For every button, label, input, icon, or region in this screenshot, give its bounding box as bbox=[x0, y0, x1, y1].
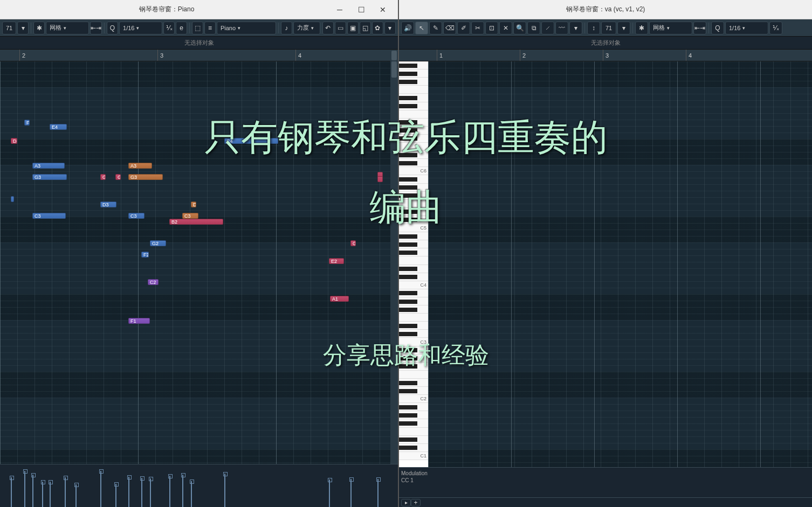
piano-key-white[interactable]: C2 bbox=[399, 395, 428, 403]
fraction-icon[interactable]: ⅟ₓ bbox=[769, 22, 782, 34]
value-field-right[interactable]: 71 bbox=[601, 22, 616, 34]
velocity-bar[interactable] bbox=[65, 477, 66, 507]
velocity-bar[interactable] bbox=[115, 484, 116, 507]
quantize-dropdown-right[interactable]: 1/16 bbox=[725, 22, 768, 34]
midi-note[interactable]: E2 bbox=[329, 258, 344, 264]
velocity-bar[interactable] bbox=[169, 476, 170, 507]
midi-note[interactable]: F4 bbox=[24, 120, 30, 126]
midi-note[interactable] bbox=[377, 176, 383, 182]
track-dropdown[interactable]: Piano bbox=[217, 22, 276, 34]
midi-note[interactable]: C3 bbox=[182, 213, 198, 219]
more-icon[interactable]: ▾ bbox=[384, 22, 396, 34]
piano-key-white[interactable] bbox=[399, 86, 428, 94]
piano-key-white[interactable]: C6 bbox=[399, 167, 428, 175]
e-icon[interactable]: e bbox=[176, 22, 187, 34]
velocity-bar[interactable] bbox=[42, 482, 43, 507]
midi-note[interactable]: E4 bbox=[50, 124, 67, 130]
piano-key-black[interactable] bbox=[399, 291, 417, 295]
layout-icon-2[interactable]: ≡ bbox=[204, 22, 216, 34]
midi-note[interactable]: G3 bbox=[128, 174, 163, 180]
velocity-bar[interactable] bbox=[182, 475, 183, 507]
velocity-bar[interactable] bbox=[11, 477, 12, 507]
mute-tool-icon[interactable]: ✕ bbox=[499, 22, 512, 34]
modulation-lane-right[interactable]: Modulation CC 1 bbox=[399, 467, 812, 497]
snap-icon[interactable]: ⇤⇥ bbox=[693, 22, 706, 34]
piano-key-white[interactable] bbox=[399, 314, 428, 322]
minimize-button[interactable]: ─ bbox=[329, 2, 350, 18]
midi-note[interactable]: B2 bbox=[169, 219, 223, 225]
piano-key-black[interactable] bbox=[399, 80, 417, 84]
piano-key-black[interactable] bbox=[399, 251, 417, 255]
midi-note[interactable] bbox=[11, 196, 14, 202]
grid-type-icon[interactable]: ✱ bbox=[33, 22, 45, 34]
piano-key-black[interactable] bbox=[399, 324, 417, 328]
cut-tool-icon[interactable]: ✂ bbox=[471, 22, 484, 34]
midi-note[interactable]: C3 bbox=[128, 213, 144, 219]
dropdown-icon[interactable]: ▾ bbox=[17, 22, 29, 34]
midi-note[interactable]: D4 bbox=[11, 138, 17, 144]
midi-note[interactable]: G2 bbox=[350, 240, 356, 246]
grid-dropdown[interactable]: 网格 bbox=[46, 22, 89, 34]
piano-key-black[interactable] bbox=[399, 242, 417, 247]
velocity-bar[interactable] bbox=[50, 482, 51, 507]
quantize-icon[interactable]: Q bbox=[107, 22, 118, 34]
velocity-bar[interactable] bbox=[24, 471, 25, 507]
piano-key-black[interactable] bbox=[399, 96, 417, 100]
maximize-button[interactable]: ☐ bbox=[350, 2, 372, 18]
expand-icon[interactable]: ▸ bbox=[401, 499, 411, 506]
velocity-bar[interactable] bbox=[224, 474, 225, 507]
piano-key-black[interactable] bbox=[399, 413, 417, 418]
piano-key-black[interactable] bbox=[399, 267, 417, 271]
midi-note[interactable]: D3 bbox=[100, 202, 116, 207]
erase-tool-icon[interactable]: ⌫ bbox=[443, 22, 456, 34]
piano-key-white[interactable] bbox=[399, 256, 428, 265]
dropdown-icon[interactable]: ▾ bbox=[569, 22, 582, 34]
velocity-bar[interactable] bbox=[377, 479, 379, 507]
add-lane-icon[interactable]: + bbox=[411, 499, 421, 506]
velocity-bar[interactable] bbox=[32, 475, 33, 507]
close-button[interactable]: ✕ bbox=[372, 2, 394, 18]
velocity-bar[interactable] bbox=[329, 480, 330, 507]
piano-key-black[interactable] bbox=[399, 177, 417, 182]
piano-key-white[interactable]: C1 bbox=[399, 452, 428, 460]
brush-tool-icon[interactable]: ✐ bbox=[457, 22, 470, 34]
dropdown-icon[interactable]: ▾ bbox=[617, 22, 630, 34]
piano-key-black[interactable] bbox=[399, 381, 417, 385]
piano-key-black[interactable] bbox=[399, 64, 417, 68]
settings-icon[interactable]: ✿ bbox=[372, 22, 383, 34]
piano-key-black[interactable] bbox=[399, 234, 417, 239]
speaker-icon[interactable]: 🔊 bbox=[401, 22, 414, 34]
piano-key-black[interactable] bbox=[399, 446, 417, 450]
warp-tool-icon[interactable]: 〰 bbox=[555, 22, 568, 34]
undo-icon[interactable]: ↶ bbox=[322, 22, 334, 34]
window-icon-2[interactable]: ▣ bbox=[347, 22, 359, 34]
velocity-bar[interactable] bbox=[128, 477, 129, 507]
piano-key-black[interactable] bbox=[399, 300, 417, 304]
draw-tool-icon[interactable]: ✎ bbox=[429, 22, 442, 34]
piano-key-black[interactable] bbox=[399, 389, 417, 393]
midi-note[interactable]: G3 bbox=[32, 174, 67, 180]
fraction-icon[interactable]: ⅟ₓ bbox=[163, 22, 175, 34]
glue-tool-icon[interactable]: ⊡ bbox=[485, 22, 498, 34]
velocity-bar[interactable] bbox=[100, 471, 101, 507]
piano-key-white[interactable] bbox=[399, 371, 428, 379]
midi-note[interactable]: D3 bbox=[191, 202, 196, 207]
layout-icon-1[interactable]: ⬚ bbox=[192, 22, 203, 34]
piano-key-black[interactable] bbox=[399, 104, 417, 108]
midi-note[interactable]: F2 bbox=[141, 252, 149, 258]
midi-note[interactable]: F1 bbox=[128, 318, 150, 324]
midi-note[interactable]: C3 bbox=[32, 213, 66, 219]
ruler-zoom-handle[interactable] bbox=[391, 51, 397, 60]
quantize-dropdown[interactable]: 1/16 bbox=[119, 22, 162, 34]
piano-key-black[interactable] bbox=[399, 275, 417, 279]
quantize-icon[interactable]: Q bbox=[711, 22, 724, 34]
window-icon-3[interactable]: ◱ bbox=[360, 22, 371, 34]
piano-key-white[interactable]: C4 bbox=[399, 281, 428, 289]
midi-note[interactable]: A1 bbox=[330, 296, 349, 302]
velocity-dropdown[interactable]: 力度 bbox=[293, 22, 320, 34]
velocity-bar[interactable] bbox=[141, 478, 142, 507]
midi-note[interactable]: A3 bbox=[32, 163, 65, 169]
velocity-bar[interactable] bbox=[350, 479, 352, 507]
midi-note[interactable]: G3 bbox=[100, 174, 106, 180]
midi-note[interactable]: C2 bbox=[148, 279, 159, 285]
